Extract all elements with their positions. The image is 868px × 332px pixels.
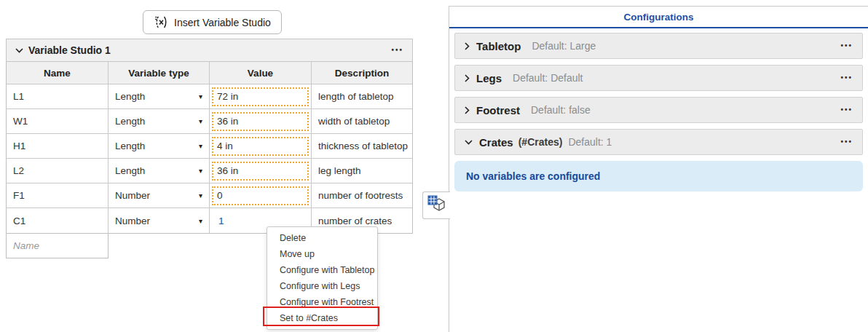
no-variables-info-box: No variables are configured	[454, 161, 863, 191]
variable-type-select[interactable]: Length ▾	[108, 134, 210, 158]
config-default-label: Default: false	[531, 104, 591, 116]
menu-item-configure-footrest[interactable]: Configure with Footrest	[267, 294, 377, 310]
config-default-label: Default: Default	[513, 72, 583, 84]
variable-type-select[interactable]: Number ▾	[108, 208, 210, 233]
variable-value-linked[interactable]: 1	[212, 216, 224, 226]
config-name: Footrest	[476, 104, 520, 116]
dropdown-caret-icon: ▾	[199, 92, 202, 100]
menu-item-move-up[interactable]: Move up	[267, 246, 377, 262]
variable-value-field[interactable]: 36 in	[212, 162, 309, 181]
column-header-name: Name	[7, 62, 108, 84]
menu-item-delete[interactable]: Delete	[267, 230, 377, 246]
variable-description-cell[interactable]: width of tabletop	[312, 109, 412, 133]
variable-value-field[interactable]: 72 in	[212, 87, 309, 106]
config-name: Crates	[479, 136, 513, 149]
context-menu: Delete Move up Configure with Tabletop C…	[267, 226, 378, 330]
variable-type-select[interactable]: Number ▾	[108, 183, 210, 208]
variable-value-cell: 36 in	[210, 159, 312, 183]
app-window: Insert Variable Studio Variable Studio 1…	[0, 0, 868, 332]
variable-value-cell: 0	[210, 183, 312, 208]
variable-studio-header[interactable]: Variable Studio 1 •••	[6, 39, 413, 62]
chevron-right-icon	[465, 74, 470, 82]
config-badge: (#Crates)	[518, 136, 563, 148]
overflow-menu-button[interactable]: •••	[840, 106, 853, 114]
config-row-legs[interactable]: Legs Default: Default •••	[454, 65, 863, 91]
configurations-panel: Configurations Tabletop Default: Large •…	[449, 6, 868, 332]
chevron-right-icon	[465, 42, 470, 50]
config-row-crates[interactable]: Crates (#Crates) Default: 1 •••	[454, 129, 863, 155]
overflow-menu-button[interactable]: •••	[840, 74, 853, 82]
config-row-footrest[interactable]: Footrest Default: false •••	[454, 97, 863, 123]
variable-type-select[interactable]: Length ▾	[108, 109, 210, 133]
menu-item-set-to-crates[interactable]: Set to #Crates	[267, 310, 377, 326]
variable-description-cell[interactable]: leg length	[312, 159, 412, 183]
overflow-menu-button[interactable]: •••	[840, 138, 853, 146]
dropdown-caret-icon: ▾	[199, 142, 202, 150]
variable-name-cell[interactable]: H1	[7, 134, 108, 158]
configurations-title: Configurations	[624, 12, 694, 23]
variable-description-cell[interactable]: length of tabletop	[312, 84, 412, 108]
variable-name-cell[interactable]: C1	[7, 208, 108, 233]
overflow-menu-button[interactable]: •••	[840, 42, 853, 50]
variable-value-cell: 72 in	[210, 84, 312, 108]
table-row: L2 Length ▾ 36 in leg length	[7, 159, 412, 183]
table-row: H1 Length ▾ 4 in thickness of tabletop	[7, 134, 412, 159]
config-name: Legs	[476, 72, 502, 84]
variable-description-cell[interactable]: number of footrests	[312, 183, 412, 208]
insert-button-label: Insert Variable Studio	[174, 17, 271, 28]
menu-item-configure-legs[interactable]: Configure with Legs	[267, 278, 377, 294]
config-default-label: Default: Large	[532, 40, 596, 52]
variable-value-field[interactable]: 0	[212, 186, 309, 205]
column-header-value: Value	[210, 62, 312, 84]
configurations-header: Configurations	[449, 7, 868, 28]
variable-name-cell[interactable]: L2	[7, 159, 108, 183]
chevron-down-icon	[15, 48, 23, 53]
new-variable-row	[6, 234, 108, 258]
new-variable-name-input[interactable]	[7, 240, 108, 251]
table-row: W1 Length ▾ 36 in width of tabletop	[7, 109, 412, 134]
table-row: L1 Length ▾ 72 in length of tabletop	[7, 84, 412, 109]
dropdown-caret-icon: ▾	[199, 217, 202, 225]
overflow-menu-button[interactable]: •••	[391, 47, 403, 54]
variables-table: Name Variable type Value Description L1 …	[6, 62, 413, 234]
variable-value-field[interactable]: 36 in	[212, 112, 309, 131]
variable-name-cell[interactable]: L1	[7, 84, 108, 108]
dropdown-caret-icon: ▾	[199, 117, 202, 125]
chevron-right-icon	[465, 106, 470, 114]
config-name: Tabletop	[476, 40, 521, 52]
config-row-tabletop[interactable]: Tabletop Default: Large •••	[454, 33, 863, 59]
variable-studio-panel: Variable Studio 1 ••• Name Variable type…	[6, 39, 413, 258]
chevron-down-icon	[465, 140, 473, 145]
config-default-label: Default: 1	[568, 136, 612, 148]
configured-part-icon	[427, 194, 446, 217]
variable-value-field[interactable]: 4 in	[212, 137, 309, 156]
variable-type-select[interactable]: Length ▾	[108, 159, 210, 183]
table-row: F1 Number ▾ 0 number of footrests	[7, 183, 412, 208]
insert-variable-studio-button[interactable]: Insert Variable Studio	[143, 10, 282, 34]
table-header-row: Name Variable type Value Description	[7, 62, 412, 84]
variable-name-cell[interactable]: W1	[7, 109, 108, 133]
variable-value-cell: 36 in	[210, 109, 312, 133]
menu-item-configure-tabletop[interactable]: Configure with Tabletop	[267, 262, 377, 278]
variable-value-cell: 4 in	[210, 134, 312, 158]
variable-name-cell[interactable]: F1	[7, 183, 108, 208]
column-header-description: Description	[312, 62, 412, 84]
dropdown-caret-icon: ▾	[199, 167, 202, 175]
column-header-type: Variable type	[108, 62, 210, 84]
variable-studio-icon	[154, 15, 169, 29]
no-variables-message: No variables are configured	[466, 170, 600, 182]
variable-type-select[interactable]: Length ▾	[108, 84, 210, 108]
dropdown-caret-icon: ▾	[199, 191, 202, 199]
variable-description-cell[interactable]: thickness of tabletop	[312, 134, 412, 158]
panel-title: Variable Studio 1	[28, 44, 111, 56]
configuration-panel-tab[interactable]	[422, 191, 450, 219]
